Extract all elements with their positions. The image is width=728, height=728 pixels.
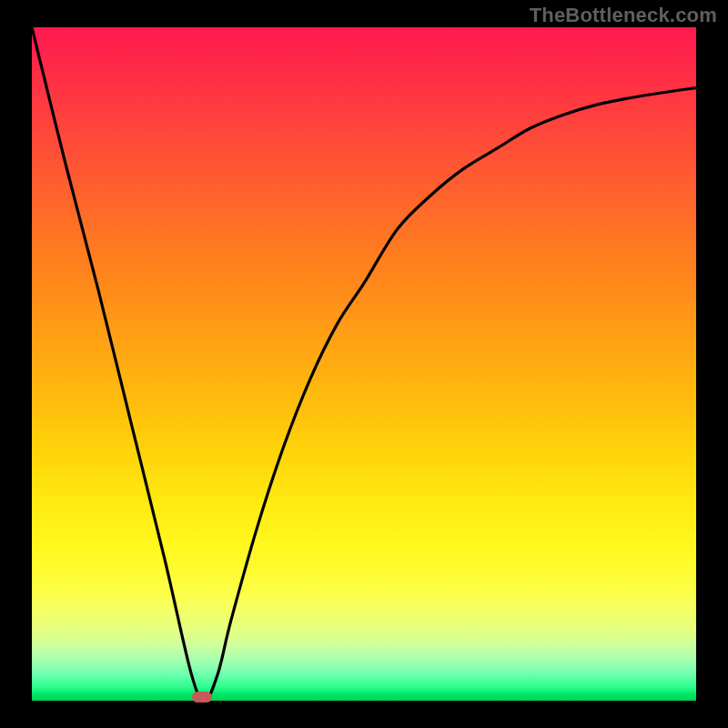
- chart-frame: TheBottleneck.com: [0, 0, 728, 728]
- watermark-text: TheBottleneck.com: [530, 4, 717, 27]
- bottleneck-curve: [32, 27, 696, 701]
- optimal-point-marker: [192, 692, 212, 703]
